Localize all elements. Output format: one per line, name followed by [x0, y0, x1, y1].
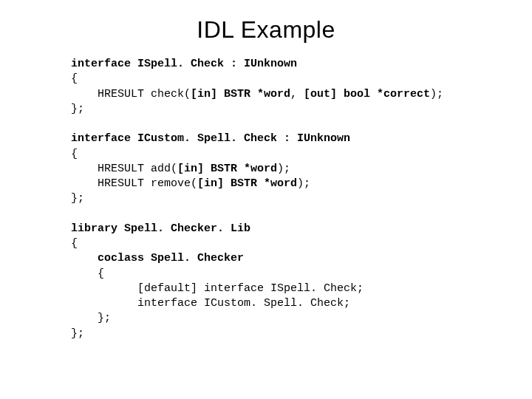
code-line: coclass Spell. Checker — [71, 252, 244, 265]
code-line: interface ICustom. Spell. Check; — [71, 297, 350, 310]
code-text: ); — [430, 88, 443, 100]
code-line: }; — [71, 327, 84, 340]
code-text: HRESULT add( — [71, 163, 177, 175]
code-line: interface ICustom. Spell. Check : IUnkno… — [71, 132, 350, 145]
slide: IDL Example interface ISpell. Check : IU… — [0, 0, 532, 399]
code-line: }; — [71, 312, 111, 324]
code-line: { — [71, 237, 78, 250]
code-block: interface ISpell. Check : IUnknown { HRE… — [0, 57, 532, 341]
code-line: [default] interface ISpell. Check; — [71, 282, 364, 295]
code-text: , — [290, 88, 304, 100]
code-bold: [out] bool *correct — [304, 88, 430, 100]
code-bold: [in] BSTR *word — [197, 177, 297, 190]
code-text: ); — [277, 163, 290, 175]
code-line: { — [71, 72, 78, 85]
code-bold: [in] BSTR *word — [177, 163, 277, 175]
code-text: HRESULT remove( — [71, 177, 197, 190]
code-line: library Spell. Checker. Lib — [71, 222, 250, 235]
code-line: }; — [71, 103, 84, 115]
code-line: interface ISpell. Check : IUnknown — [71, 58, 297, 70]
code-text: ); — [297, 177, 310, 190]
code-line: { — [71, 148, 78, 160]
code-line: { — [71, 267, 104, 280]
page-title: IDL Example — [0, 0, 532, 57]
code-line: }; — [71, 192, 84, 205]
code-text: HRESULT check( — [71, 88, 191, 100]
code-bold: [in] BSTR *word — [191, 88, 290, 100]
